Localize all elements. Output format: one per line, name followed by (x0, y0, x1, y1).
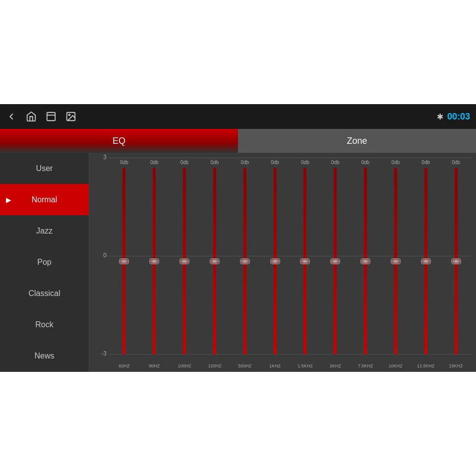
grid-line-top: 3 (109, 158, 471, 158)
db-label-500HZ: 0db (240, 160, 249, 165)
slider-thumb-120HZ[interactable] (210, 258, 220, 264)
slider-thumb-2KHZ[interactable] (330, 258, 340, 264)
top-bar: ✱ 00:03 (0, 104, 476, 129)
slider-thumb-7.5KHZ[interactable] (360, 258, 370, 264)
slider-track-80HZ[interactable] (153, 168, 156, 355)
db-label-12.5KHZ: 0db (421, 160, 430, 165)
slider-col-1.5KHZ: 0db (290, 168, 320, 355)
freq-label-500HZ: 500HZ (230, 356, 260, 369)
db-label-100HZ: 0db (180, 160, 189, 165)
sidebar-item-pop[interactable]: Pop (0, 246, 89, 278)
grid-label-3: 3 (94, 154, 107, 161)
slider-track-1.5KHZ[interactable] (303, 168, 306, 355)
db-label-80HZ: 0db (150, 160, 159, 165)
eq-panel: 3 0 -3 0db0db0db0db0db0db0db0db0db0db0db… (89, 153, 476, 372)
slider-thumb-1KHZ[interactable] (270, 258, 280, 264)
slider-col-100HZ: 0db (170, 168, 200, 355)
slider-thumb-12.5KHZ[interactable] (421, 258, 431, 264)
sidebar-label-jazz: Jazz (36, 227, 53, 236)
freq-label-7.5KHZ: 7.5KHZ (351, 356, 381, 369)
slider-col-1KHZ: 0db (260, 168, 290, 355)
sidebar-item-jazz[interactable]: Jazz (0, 215, 89, 246)
top-bar-left (6, 111, 76, 122)
freq-labels: 60HZ80HZ100HZ120HZ500HZ1KHZ1.5KHZ2KHZ7.5… (109, 356, 471, 369)
slider-track-7.5KHZ[interactable] (364, 168, 367, 355)
freq-label-1KHZ: 1KHZ (260, 356, 290, 369)
sidebar-item-news[interactable]: News (0, 341, 89, 372)
slider-col-500HZ: 0db (230, 168, 260, 355)
top-bar-right: ✱ 00:03 (437, 112, 470, 122)
device-frame: ✱ 00:03 EQ Zone User ▶ Normal Jazz Po (0, 104, 476, 372)
db-label-2KHZ: 0db (331, 160, 340, 165)
home-icon[interactable] (26, 111, 37, 122)
svg-point-3 (68, 114, 70, 116)
slider-track-1KHZ[interactable] (274, 168, 277, 355)
slider-thumb-15KHZ[interactable] (451, 258, 461, 264)
main-content: User ▶ Normal Jazz Pop Classical Rock Ne… (0, 153, 476, 372)
freq-label-2KHZ: 2KHZ (320, 356, 351, 369)
slider-thumb-100HZ[interactable] (179, 258, 189, 264)
back-icon[interactable] (6, 111, 17, 122)
slider-col-2KHZ: 0db (320, 168, 351, 355)
eq-grid: 3 0 -3 0db0db0db0db0db0db0db0db0db0db0db… (94, 158, 471, 369)
sidebar-label-pop: Pop (37, 258, 51, 267)
play-icon: ▶ (6, 196, 11, 204)
tabs: EQ Zone (0, 129, 476, 153)
slider-col-7.5KHZ: 0db (351, 168, 381, 355)
slider-track-10KHZ[interactable] (394, 168, 397, 355)
freq-label-12.5KHZ: 12.5KHZ (411, 356, 441, 369)
db-label-120HZ: 0db (211, 160, 219, 165)
sidebar-label-user: User (36, 164, 53, 173)
sidebar: User ▶ Normal Jazz Pop Classical Rock Ne… (0, 153, 89, 372)
slider-col-120HZ: 0db (199, 168, 230, 355)
freq-label-120HZ: 120HZ (199, 356, 230, 369)
grid-label-neg3: -3 (94, 350, 107, 357)
db-label-7.5KHZ: 0db (361, 160, 370, 165)
slider-track-60HZ[interactable] (122, 168, 125, 355)
slider-track-2KHZ[interactable] (334, 168, 337, 355)
slider-track-12.5KHZ[interactable] (424, 168, 427, 355)
db-label-60HZ: 0db (120, 160, 128, 165)
freq-label-100HZ: 100HZ (170, 356, 200, 369)
freq-label-10KHZ: 10KHZ (380, 356, 411, 369)
slider-track-500HZ[interactable] (243, 168, 246, 355)
db-label-15KHZ: 0db (452, 160, 460, 165)
slider-thumb-80HZ[interactable] (149, 258, 159, 264)
freq-label-1.5KHZ: 1.5KHZ (290, 356, 320, 369)
slider-thumb-60HZ[interactable] (119, 258, 129, 264)
sidebar-label-classical: Classical (28, 289, 60, 298)
sliders-container: 0db0db0db0db0db0db0db0db0db0db0db0db (109, 168, 471, 355)
slider-thumb-10KHZ[interactable] (391, 258, 401, 264)
sidebar-item-classical[interactable]: Classical (0, 278, 89, 309)
sidebar-label-news: News (34, 352, 54, 360)
slider-col-60HZ: 0db (109, 168, 139, 355)
bluetooth-icon: ✱ (437, 112, 443, 121)
slider-col-15KHZ: 0db (441, 168, 471, 355)
sidebar-item-rock[interactable]: Rock (0, 309, 89, 341)
sidebar-label-rock: Rock (35, 320, 53, 329)
slider-track-120HZ[interactable] (213, 168, 216, 355)
db-label-1KHZ: 0db (271, 160, 279, 165)
slider-col-12.5KHZ: 0db (411, 168, 441, 355)
freq-label-15KHZ: 15KHZ (441, 356, 471, 369)
slider-thumb-500HZ[interactable] (240, 258, 250, 264)
slider-col-10KHZ: 0db (380, 168, 411, 355)
grid-label-0: 0 (94, 252, 107, 259)
freq-label-80HZ: 80HZ (139, 356, 170, 369)
window-icon[interactable] (46, 111, 57, 122)
tab-eq[interactable]: EQ (0, 129, 238, 153)
db-label-1.5KHZ: 0db (301, 160, 309, 165)
tab-zone[interactable]: Zone (238, 129, 476, 153)
sidebar-item-normal[interactable]: ▶ Normal (0, 184, 89, 215)
freq-label-60HZ: 60HZ (109, 356, 139, 369)
sidebar-item-user[interactable]: User (0, 153, 89, 184)
time-display: 00:03 (447, 112, 470, 122)
slider-col-80HZ: 0db (139, 168, 170, 355)
slider-track-15KHZ[interactable] (455, 168, 458, 355)
slider-thumb-1.5KHZ[interactable] (300, 258, 310, 264)
db-label-10KHZ: 0db (392, 160, 400, 165)
image-icon[interactable] (65, 111, 76, 122)
slider-track-100HZ[interactable] (183, 168, 186, 355)
sidebar-label-normal: Normal (32, 195, 58, 204)
svg-rect-0 (47, 113, 56, 121)
